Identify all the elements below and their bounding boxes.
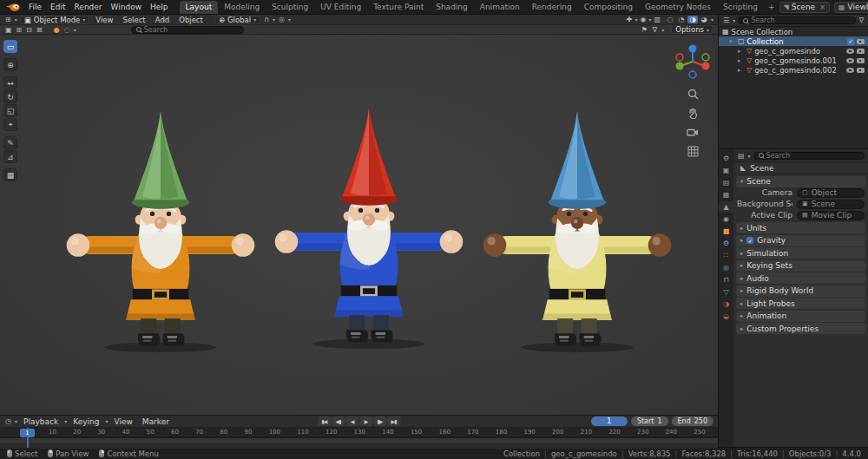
tab-data-icon[interactable]: ▽ — [719, 286, 733, 298]
tab-object-icon[interactable]: ■ — [719, 226, 733, 237]
outliner-row-object-1[interactable]: ▸ ▽ geo_c_gomesindo.001 — [719, 56, 868, 65]
tab-output-icon[interactable]: ▤ — [719, 177, 733, 188]
outliner-row-collection[interactable]: ▾ ▢ Collection ✓ — [719, 36, 868, 46]
options-button[interactable]: Options ▾ — [671, 25, 713, 34]
properties-editor-caret[interactable]: ▾ — [748, 153, 751, 159]
shading-caret[interactable]: ▾ — [711, 16, 713, 23]
timeline-ruler[interactable]: 1020304050607080901001101201301401501601… — [0, 428, 718, 437]
blender-logo-icon[interactable] — [5, 2, 21, 12]
object-render-icon[interactable] — [857, 49, 865, 54]
locations-toggle-icon[interactable]: ◌ — [63, 26, 71, 34]
filter-caret[interactable]: ▾ — [661, 27, 664, 33]
active-clip-picker[interactable]: ▤ Movie Clip — [797, 211, 865, 220]
workspace-tab-compositing[interactable]: Compositing — [578, 1, 639, 14]
add-workspace-button[interactable]: + — [764, 3, 779, 11]
tool-annotate[interactable]: ✎ — [3, 136, 17, 149]
workspace-tab-texture-paint[interactable]: Texture Paint — [367, 1, 430, 14]
object-expand-icon[interactable]: ▸ — [738, 67, 744, 74]
toggle-ortho-grid-icon[interactable] — [686, 144, 700, 158]
workspace-tab-scripting[interactable]: Scripting — [717, 1, 764, 14]
collection-render-icon[interactable] — [857, 39, 865, 44]
proportional-caret[interactable]: ▾ — [288, 16, 291, 23]
frame-end-field[interactable]: End 250 — [672, 416, 713, 426]
camera-view-icon[interactable] — [686, 125, 700, 139]
section-custom-properties[interactable]: ▸ Custom Properties — [736, 323, 865, 334]
viewport-search[interactable] — [131, 26, 244, 34]
tool-cursor[interactable]: ⊕ — [3, 58, 17, 71]
section-rigid-body-world[interactable]: ▸ Rigid Body World — [736, 285, 865, 297]
workspace-tab-uv-editing[interactable]: UV Editing — [314, 1, 367, 14]
move-view-hand-icon[interactable] — [686, 106, 700, 120]
tool-rotate[interactable]: ↻ — [3, 90, 17, 103]
outliner-search-input[interactable] — [751, 16, 850, 24]
shading-solid-icon[interactable]: ◔ — [676, 16, 687, 23]
collection-checkbox[interactable]: ✓ — [847, 38, 854, 45]
viewport-menu-add[interactable]: Add — [152, 16, 173, 24]
workspace-tab-geometry-nodes[interactable]: Geometry Nodes — [639, 1, 717, 14]
select-mode-new-icon[interactable]: ▣ — [4, 26, 13, 34]
menu-help[interactable]: Help — [146, 2, 173, 12]
section-audio[interactable]: ▸ Audio — [736, 272, 865, 284]
prev-keyframe-button[interactable]: ◀▮ — [332, 416, 345, 426]
marker-flag-icon[interactable]: ⚑ — [641, 26, 648, 34]
workspace-tab-animation[interactable]: Animation — [474, 1, 526, 14]
tab-constraints-icon[interactable]: ⊓ — [719, 274, 733, 285]
viewport-menu-select[interactable]: Select — [119, 16, 148, 24]
tool-move[interactable]: ↔ — [3, 76, 17, 89]
section-gravity[interactable]: ▸ ✓ Gravity — [736, 235, 865, 246]
shading-wireframe-icon[interactable]: ○ — [665, 16, 675, 23]
viewlayer-picker[interactable]: ▦ ViewLayer × — [834, 2, 868, 13]
object-render-icon[interactable] — [857, 58, 865, 63]
proportional-edit-icon[interactable]: ◎ — [278, 16, 286, 23]
workspace-tab-sculpting[interactable]: Sculpting — [266, 1, 314, 14]
background-scene-picker[interactable]: ▣ Scene — [797, 200, 865, 209]
collection-expand-icon[interactable]: ▾ — [729, 38, 735, 45]
viewport-menu-view[interactable]: View — [92, 16, 116, 24]
timeline-editor-icon[interactable]: ◷ — [4, 417, 12, 425]
scene-picker[interactable]: ◥ Scene × — [779, 2, 830, 13]
jump-to-end-button[interactable]: ▶▮ — [387, 416, 400, 426]
select-mode-intersect-icon[interactable]: ⊠ — [36, 26, 43, 34]
workspace-tab-shading[interactable]: Shading — [430, 1, 474, 14]
menu-edit[interactable]: Edit — [46, 2, 69, 12]
tab-physics-icon[interactable]: ◎ — [719, 262, 733, 273]
editor-type-icon[interactable]: ⊞ — [4, 16, 12, 23]
tab-view-layer-icon[interactable]: ▦ — [719, 189, 733, 200]
shading-rendered-icon[interactable]: ◕ — [699, 16, 709, 23]
section-units[interactable]: ▸ Units — [736, 222, 865, 233]
menu-file[interactable]: File — [24, 2, 46, 12]
outliner-row-object-0[interactable]: ▸ ▽ geo_c_gomesindo — [719, 46, 868, 56]
tab-render-icon[interactable]: ▣ — [719, 165, 733, 176]
tab-material-icon[interactable]: ◑ — [719, 298, 733, 310]
timeline-track[interactable] — [0, 438, 718, 449]
object-expand-icon[interactable]: ▸ — [738, 48, 744, 55]
object-expand-icon[interactable]: ▸ — [738, 57, 744, 64]
playhead-frame-tag[interactable]: 1 — [20, 429, 35, 437]
gnome-right[interactable] — [478, 106, 676, 353]
section-simulation[interactable]: ▸ Simulation — [736, 247, 865, 259]
outliner-editor-caret[interactable]: ▾ — [733, 17, 735, 23]
object-hide-icon[interactable] — [846, 68, 854, 73]
properties-search-input[interactable] — [766, 152, 859, 160]
frame-start-field[interactable]: Start 1 — [631, 416, 668, 426]
tab-particles-icon[interactable]: ∷ — [719, 250, 733, 261]
overlays-caret[interactable]: ▾ — [648, 16, 651, 23]
outliner-row-object-2[interactable]: ▸ ▽ geo_c_gomesindo.002 — [719, 65, 868, 75]
viewport-search-input[interactable] — [144, 26, 239, 34]
gizmo-caret[interactable]: ▾ — [635, 16, 637, 23]
select-mode-subtract-icon[interactable]: ⊟ — [25, 26, 33, 34]
workspace-tab-layout[interactable]: Layout — [180, 1, 219, 14]
object-hide-icon[interactable] — [846, 58, 854, 63]
outliner-search[interactable] — [738, 16, 855, 24]
timeline-menu-keying[interactable]: Keying — [69, 417, 102, 426]
tool-measure[interactable]: ⊿ — [3, 150, 17, 163]
object-hide-icon[interactable] — [846, 49, 854, 54]
axis-navigation-gizmo[interactable] — [673, 42, 713, 82]
current-frame-field[interactable]: 1 — [591, 416, 628, 426]
show-overlays-icon[interactable]: ◉ — [639, 16, 647, 23]
scene-unlink-icon[interactable]: × — [819, 3, 825, 11]
tool-scale[interactable]: ◱ — [3, 104, 17, 117]
timeline-menu-view[interactable]: View — [110, 417, 135, 426]
orientation-dropdown[interactable]: ⊕ Global ▾ — [214, 16, 260, 24]
section-keying-sets[interactable]: ▸ Keying Sets — [736, 260, 865, 272]
